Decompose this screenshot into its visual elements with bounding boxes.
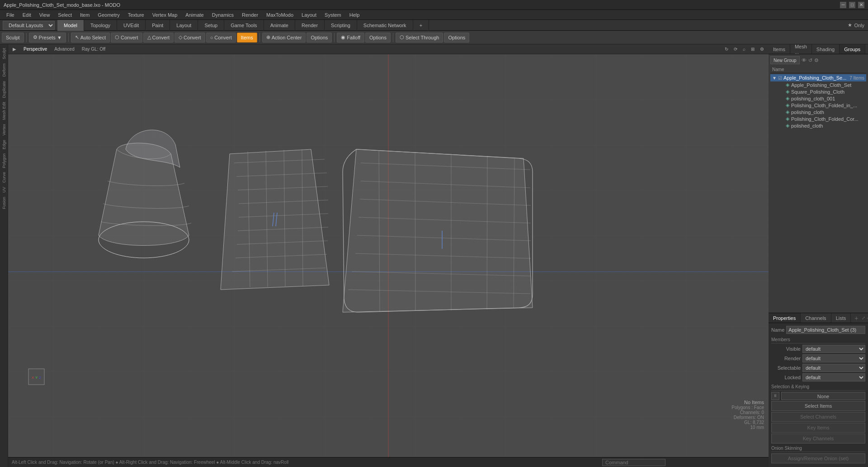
tab-setup[interactable]: Setup <box>198 20 224 31</box>
eye-toggle-icon[interactable]: 👁 <box>802 57 807 63</box>
sidebar-item-deform[interactable]: Deform <box>1 62 7 79</box>
list-item[interactable]: ◈ Polishing_Cloth_Folded_Cor... <box>770 115 866 122</box>
options3-button[interactable]: Options <box>444 33 469 43</box>
close-button[interactable]: ✕ <box>858 2 864 8</box>
menu-maxtomodo[interactable]: MaxToModo <box>263 11 297 19</box>
sidebar-item-duplicate[interactable]: Duplicate <box>1 79 7 100</box>
sidebar-item-curve[interactable]: Curve <box>1 170 7 185</box>
items-button[interactable]: Items <box>237 33 257 43</box>
convert1-button[interactable]: ⬡ Convert <box>111 33 142 43</box>
props-tab-add[interactable]: + <box>851 313 862 323</box>
tab-paint[interactable]: Paint <box>146 20 170 31</box>
menu-system[interactable]: System <box>321 11 345 19</box>
menu-help[interactable]: Help <box>346 11 363 19</box>
command-input[interactable] <box>602 459 665 466</box>
settings-groups-icon[interactable]: ⚙ <box>814 57 819 63</box>
list-item[interactable]: ◈ Polishing_Cloth_Folded_in_... <box>770 102 866 109</box>
refresh-icon[interactable]: ↺ <box>808 57 812 63</box>
render-select[interactable]: default on off <box>802 354 865 362</box>
menu-edit[interactable]: Edit <box>19 11 35 19</box>
tab-layout[interactable]: Layout <box>170 20 198 31</box>
tab-add-group[interactable]: + <box>865 44 868 54</box>
advanced-btn[interactable]: Advanced <box>52 46 76 52</box>
list-item[interactable]: ◈ Square_Polishing_Cloth <box>770 88 866 95</box>
menu-file[interactable]: File <box>3 11 18 19</box>
menu-render[interactable]: Render <box>238 11 262 19</box>
menu-animate[interactable]: Animate <box>182 11 207 19</box>
action-center-button[interactable]: ⊕ Action Center <box>262 33 306 43</box>
menu-view[interactable]: View <box>36 11 54 19</box>
star-icon[interactable]: ★ <box>848 22 852 28</box>
tab-gametools[interactable]: Game Tools <box>224 20 264 31</box>
tab-items[interactable]: Items <box>769 44 790 54</box>
sidebar-item-fusion[interactable]: Fusion <box>1 195 7 211</box>
select-channels-button[interactable]: Select Channels <box>771 412 865 422</box>
auto-select-button[interactable]: ↖ Auto Select <box>71 33 110 43</box>
list-item[interactable]: ◈ polished_cloth <box>770 122 866 129</box>
selectable-select[interactable]: default on off <box>802 364 865 372</box>
options2-button[interactable]: Options <box>365 33 391 43</box>
tab-topology[interactable]: Topology <box>84 20 117 31</box>
viewport-expand-btn[interactable]: ▶ <box>11 46 18 52</box>
presets-button[interactable]: ⚙ Presets ▼ <box>29 33 66 43</box>
menu-item[interactable]: Item <box>76 11 93 19</box>
props-resize-icon[interactable]: ⤢ <box>862 315 865 320</box>
tab-schematic[interactable]: Schematic Network <box>357 20 413 31</box>
rotate-icon[interactable]: ↻ <box>723 46 730 52</box>
list-item[interactable]: ◈ Apple_Polishing_Cloth_Set <box>770 81 866 88</box>
menu-geometry[interactable]: Geometry <box>94 11 123 19</box>
search-vp-icon[interactable]: ⌕ <box>741 46 747 52</box>
sidebar-item-polygon[interactable]: Polygon <box>1 152 7 170</box>
maximize-button[interactable]: □ <box>849 2 855 8</box>
visible-select[interactable]: default on off <box>802 345 865 353</box>
tab-animate[interactable]: Animate <box>264 20 295 31</box>
tab-render[interactable]: Render <box>295 20 325 31</box>
tab-groups[interactable]: Groups <box>840 44 865 54</box>
tab-shading[interactable]: Shading <box>812 44 840 54</box>
locked-select[interactable]: default on off <box>802 373 865 381</box>
perspective-btn[interactable]: Perspective <box>22 46 49 52</box>
sync-icon[interactable]: ⟳ <box>732 46 739 52</box>
menu-dynamics[interactable]: Dynamics <box>208 11 237 19</box>
tab-mesh[interactable]: Mesh ... <box>790 44 812 54</box>
convert4-button[interactable]: ○ Convert <box>206 33 236 43</box>
tab-uvedit[interactable]: UVEdit <box>117 20 146 31</box>
selection-dots-button[interactable]: ⠿ <box>771 392 779 400</box>
sidebar-item-uv[interactable]: UV <box>1 185 7 195</box>
props-tab-properties[interactable]: Properties <box>769 313 801 323</box>
sidebar-item-vertex[interactable]: Vertex <box>1 122 7 138</box>
none-button[interactable]: None <box>781 392 865 400</box>
tab-add[interactable]: + <box>413 20 429 31</box>
new-group-button[interactable]: New Group <box>770 56 800 64</box>
raygl-btn[interactable]: Ray GL: Off <box>80 46 108 52</box>
props-tab-channels[interactable]: Channels <box>801 313 831 323</box>
menu-select[interactable]: Select <box>54 11 75 19</box>
sidebar-item-meshedit[interactable]: Mesh Edit <box>1 100 7 122</box>
list-item[interactable]: ◈ polishing_cloth_001 <box>770 95 866 102</box>
props-tab-lists[interactable]: Lists <box>831 313 851 323</box>
minimize-button[interactable]: ─ <box>840 2 846 8</box>
sculpt-button[interactable]: Sculpt <box>2 33 24 43</box>
sidebar-item-edge[interactable]: Edge <box>1 138 7 151</box>
tab-model[interactable]: Model <box>57 20 84 31</box>
select-through-button[interactable]: ⬡ Select Through <box>396 33 443 43</box>
settings-icon[interactable]: ⚙ <box>758 46 766 52</box>
key-items-button[interactable]: Key Items <box>771 423 865 433</box>
sidebar-item-sculpt[interactable]: Sculpt <box>1 46 7 61</box>
menu-texture[interactable]: Texture <box>124 11 148 19</box>
menu-vertexmap[interactable]: Vertex Map <box>149 11 181 19</box>
assign-remove-onion-button[interactable]: Assign/Remove Onion (set) <box>771 453 865 463</box>
layout-select[interactable]: Default Layouts <box>3 21 55 30</box>
name-field-input[interactable] <box>786 326 865 334</box>
menu-layout[interactable]: Layout <box>298 11 320 19</box>
tab-scripting[interactable]: Scripting <box>325 20 357 31</box>
list-item[interactable]: ▼ ☑ Apple_Polishing_Cloth_Se... 7 Items <box>770 74 866 81</box>
options1-button[interactable]: Options <box>307 33 332 43</box>
falloff-button[interactable]: ◉ Falloff <box>337 33 364 43</box>
grid-icon[interactable]: ⊞ <box>749 46 756 52</box>
select-items-button[interactable]: Select Items <box>771 401 865 411</box>
convert2-button[interactable]: △ Convert <box>143 33 174 43</box>
list-item[interactable]: ◈ polishing_cloth <box>770 109 866 115</box>
key-channels-button[interactable]: Key Channels <box>771 434 865 443</box>
convert3-button[interactable]: ◇ Convert <box>175 33 205 43</box>
